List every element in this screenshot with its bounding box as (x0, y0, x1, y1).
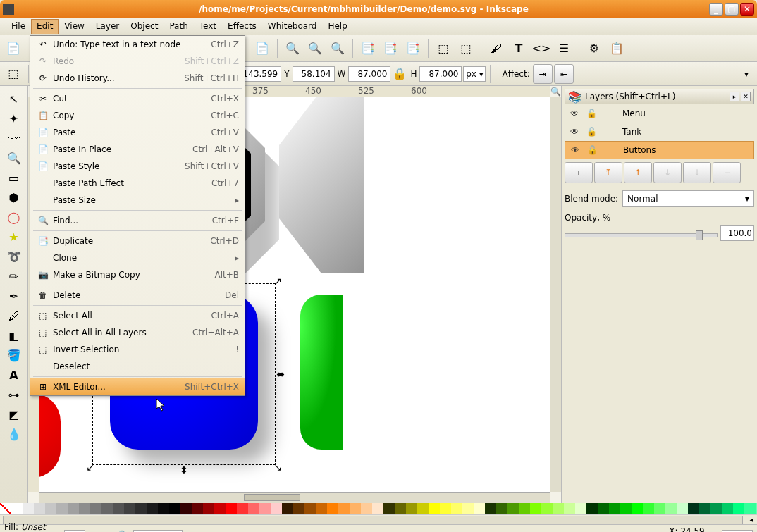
more-button[interactable]: ▾ (736, 63, 757, 85)
paint-bucket-tool[interactable]: 🪣 (3, 345, 25, 365)
menu-item-clone[interactable]: Clone▸ (30, 249, 245, 266)
paste-button[interactable]: 📄 (252, 38, 273, 59)
menu-item-invert-selection[interactable]: ⬚Invert Selection! (30, 341, 245, 358)
color-swatch[interactable] (11, 503, 23, 514)
color-swatch[interactable] (158, 503, 169, 514)
clone-button[interactable]: 📑 (380, 38, 401, 59)
lock-icon[interactable]: 🔓 (586, 109, 597, 118)
menu-item-paste-style[interactable]: 📄Paste StyleShift+Ctrl+V (30, 158, 245, 175)
ellipse-tool[interactable]: ◯ (3, 207, 25, 227)
opacity-slider[interactable] (565, 233, 718, 237)
menu-object[interactable]: Object (125, 19, 164, 33)
pencil-tool[interactable]: ✏ (3, 266, 25, 286)
menu-edit[interactable]: Edit (31, 19, 59, 34)
swatch-none[interactable] (0, 503, 11, 514)
align-button[interactable]: ☰ (553, 38, 574, 59)
color-swatch[interactable] (226, 503, 237, 514)
layer-raise-button[interactable]: ↑ (624, 162, 652, 183)
palette-scrollbar[interactable] (3, 516, 743, 524)
panel-iconify-button[interactable]: ▸ (730, 92, 739, 101)
bezier-tool[interactable]: ✒ (3, 286, 25, 306)
color-swatch[interactable] (496, 503, 507, 514)
menu-view[interactable]: View (59, 19, 90, 33)
layer-raise-top-button[interactable]: ⤒ (594, 162, 622, 183)
lock-wh-button[interactable]: 🔒 (392, 66, 407, 82)
menu-file[interactable]: File (6, 19, 31, 33)
color-swatch[interactable] (34, 503, 45, 514)
color-swatch[interactable] (677, 503, 688, 514)
affect-scale-stroke-button[interactable]: ⇥ (533, 64, 553, 84)
color-swatch[interactable] (485, 503, 496, 514)
palette-menu-button[interactable]: ◂ (746, 515, 757, 524)
opacity-input[interactable] (720, 225, 754, 241)
horizontal-scrollbar[interactable] (39, 492, 550, 503)
color-swatch[interactable] (440, 503, 451, 514)
color-swatch[interactable] (609, 503, 620, 514)
menu-item-xml-editor[interactable]: ⊞XML Editor...Shift+Ctrl+X (30, 378, 245, 395)
blend-mode-select[interactable]: Normal ▾ (622, 190, 754, 207)
panel-close-button[interactable]: ✕ (741, 92, 751, 101)
color-swatch[interactable] (113, 503, 124, 514)
color-swatch[interactable] (733, 503, 744, 514)
gradient-tool[interactable]: ◩ (3, 404, 25, 424)
menu-whiteboard[interactable]: Whiteboard (262, 19, 323, 33)
duplicate-button[interactable]: 📑 (357, 38, 378, 59)
color-swatch[interactable] (68, 503, 79, 514)
zoom-selection-button[interactable]: 🔍 (282, 38, 303, 59)
resize-handle-sw[interactable]: ↙ (86, 463, 94, 471)
menu-item-paste-size[interactable]: Paste Size▸ (30, 192, 245, 209)
zoom-input[interactable] (722, 530, 753, 533)
x-input[interactable] (239, 66, 281, 82)
eraser-tool[interactable]: ◧ (3, 326, 25, 345)
menu-item-undo-history[interactable]: ⟳Undo History...Shift+Ctrl+H (30, 70, 245, 87)
color-swatch[interactable] (101, 503, 113, 514)
minimize-button[interactable]: _ (709, 3, 723, 16)
color-swatch[interactable] (507, 503, 519, 514)
color-swatch[interactable] (462, 503, 474, 514)
xml-button[interactable]: <> (531, 38, 552, 59)
resize-handle-ne[interactable]: ↗ (273, 277, 282, 285)
octagon-right-shape[interactable] (279, 97, 364, 273)
color-swatch[interactable] (383, 503, 395, 514)
affect-scale-corners-button[interactable]: ⇤ (554, 64, 574, 84)
eye-icon[interactable]: 👁 (569, 109, 580, 118)
menu-item-duplicate[interactable]: 📑DuplicateCtrl+D (30, 233, 245, 249)
zoom-icon[interactable]: 🔍 (550, 86, 561, 97)
menu-item-paste-path-effect[interactable]: Paste Path EffectCtrl+7 (30, 175, 245, 192)
maximize-button[interactable]: ▢ (725, 3, 739, 16)
color-swatch[interactable] (45, 503, 56, 514)
y-input[interactable] (293, 66, 335, 82)
color-swatch[interactable] (259, 503, 271, 514)
resize-handle-s[interactable]: ⬍ (180, 466, 188, 474)
fill-stroke-indicator[interactable]: Fill: Unset Stroke: Unset (4, 522, 47, 533)
color-swatch[interactable] (135, 503, 147, 514)
opacity-slider-thumb[interactable] (696, 230, 703, 240)
layer-row[interactable]: 👁🔓Tank (565, 123, 754, 141)
layer-add-button[interactable]: ＋ (565, 162, 593, 183)
lock-icon[interactable]: 🔓 (586, 127, 597, 137)
w-input[interactable] (348, 66, 390, 82)
connector-tool[interactable]: ⊶ (3, 385, 25, 404)
resize-handle-se[interactable]: ↘ (273, 463, 282, 471)
color-swatch[interactable] (575, 503, 586, 514)
unlink-button[interactable]: 📑 (402, 38, 424, 59)
color-swatch[interactable] (293, 503, 304, 514)
color-swatch[interactable] (722, 503, 733, 514)
color-swatch[interactable] (56, 503, 68, 514)
ungroup-button[interactable]: ⬚ (455, 38, 476, 59)
color-swatch[interactable] (338, 503, 350, 514)
layer-row[interactable]: 👁🔓Buttons (565, 141, 754, 159)
prefs-button[interactable]: ⚙ (584, 38, 605, 59)
menu-item-delete[interactable]: 🗑DeleteDel (30, 287, 245, 304)
menu-item-cut[interactable]: ✂CutCtrl+X (30, 90, 245, 107)
color-swatch[interactable] (192, 503, 203, 514)
selector-tool[interactable]: ↖ (3, 89, 25, 109)
spiral-tool[interactable]: ➰ (3, 247, 25, 266)
menu-layer[interactable]: Layer (90, 19, 125, 33)
color-swatch[interactable] (203, 503, 214, 514)
red-button-shape[interactable] (39, 393, 61, 478)
color-swatch[interactable] (474, 503, 485, 514)
color-swatch[interactable] (361, 503, 372, 514)
color-swatch[interactable] (688, 503, 699, 514)
layer-lower-bottom-button[interactable]: ⤓ (683, 162, 711, 183)
